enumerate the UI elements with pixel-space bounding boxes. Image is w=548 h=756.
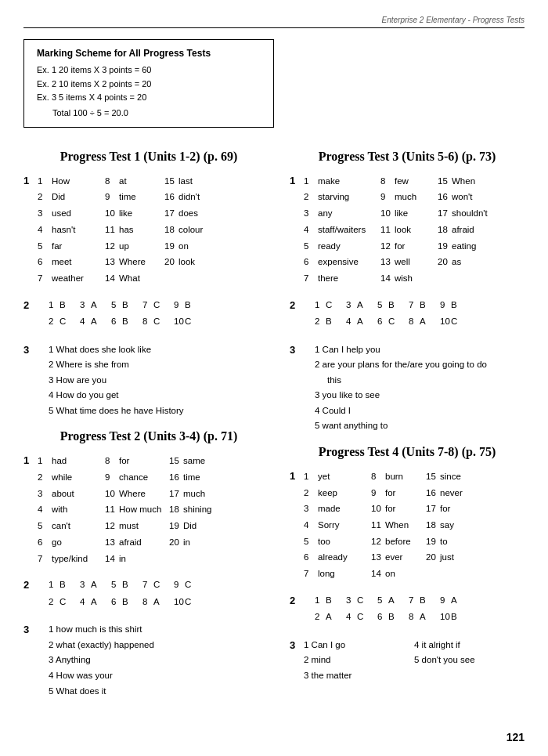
t1-n18: 18 (164, 222, 178, 238)
t1-v6: meet (52, 254, 105, 270)
test3-ex3-label: 3 (290, 342, 301, 358)
test3-ex1: 1 1make 8few 15When 2starving 9much 16wo… (290, 173, 525, 287)
test4-ex2-answers: 1B 3C 5A 7B 9A 2A 4C 6B 8A 10B (304, 593, 525, 627)
test2-ex3-phrases: 1 how much is this shirt 2 what (exactly… (49, 622, 154, 699)
test2-ex1-grid: 1had 8for 15same 2while 9chance 16time 3… (38, 453, 274, 566)
t2e3-p1: 1 how much is this shirt (49, 622, 154, 638)
t1-n8: 8 (105, 173, 119, 190)
t1e2-a6: 6B (111, 314, 142, 330)
test4-ex2-row1: 1B 3C 5A 7B 9A (315, 593, 525, 609)
test4-title: Progress Test 4 (Units 7-8) (p. 75) (290, 445, 525, 459)
t1e2-a10: 10C (174, 314, 205, 330)
t1e2-a2: 2C (49, 314, 80, 330)
t1e2-a8: 8C (142, 314, 174, 330)
t1-v13: Where (119, 254, 164, 270)
test1-ex2-row1: 1B 3A 5B 7C 9B (49, 298, 274, 313)
marking-row-2: Ex. 2 10 items X 2 points = 20 (37, 78, 261, 92)
header-text: Enterprise 2 Elementary - Progress Tests (382, 16, 525, 24)
t1e3-p2: 2 Where is she from (49, 357, 184, 373)
test3-ex2-row2: 2B 4A 6C 8A 10C (315, 314, 525, 330)
test1-ex1-row: 1 1How 8at 15last 2Did 9time 16didn't 3u… (23, 173, 274, 287)
t1e3-p1: 1 What does she look like (49, 342, 184, 358)
test3-ex2-label: 2 (290, 298, 301, 313)
test2-title: Progress Test 2 (Units 3-4) (p. 71) (23, 429, 274, 443)
test1-ex1-label: 1 (23, 173, 34, 189)
t1-n15: 15 (164, 173, 178, 190)
test3-ex2-answers: 1C 3A 5B 7B 9B 2B 4A 6C 8A 10C (304, 298, 525, 331)
test2-ex1-label: 1 (23, 453, 34, 468)
test3-ex2-row: 2 1C 3A 5B 7B 9B 2B 4A 6C (290, 298, 525, 331)
t1-v15: last (178, 173, 222, 190)
marking-total: Total 100 ÷ 5 = 20.0 (37, 108, 261, 118)
t1-n6: 6 (38, 254, 52, 270)
t3e3-p4: 4 Could I (315, 403, 487, 419)
marking-scheme-box: Marking Scheme for All Progress Tests Ex… (23, 39, 274, 128)
t1e3-p4: 4 How do you get (49, 388, 184, 403)
t3e3-p2: 2 are your plans for the/are you going t… (315, 357, 487, 373)
test4-ex2-label: 2 (290, 593, 301, 609)
test2-ex3-row: 3 1 how much is this shirt 2 what (exact… (23, 622, 274, 699)
test1-ex2-row: 2 1B 3A 5B 7C 9B 2C 4A 6B (23, 298, 274, 331)
test4-ex2-row2: 2A 4C 6B 8A 10B (315, 610, 525, 625)
marking-row-1: Ex. 1 20 items X 3 points = 60 (37, 63, 261, 78)
test2-ex3: 3 1 how much is this shirt 2 what (exact… (23, 622, 274, 699)
test1-ex2-label: 2 (23, 298, 34, 313)
t2e3-p3: 3 Anything (49, 653, 154, 668)
test4-ex1-row: 1 1yet 8burn 15since 2keep 9for 16never … (290, 468, 525, 582)
t1-blank2 (178, 270, 222, 287)
t3e3-p2b: this (315, 373, 487, 389)
t1e2-a5: 5B (111, 298, 142, 313)
t1e2-a7: 7C (142, 298, 174, 313)
test3-ex3: 3 1 Can I help you 2 are your plans for … (290, 342, 525, 434)
t1-v18: colour (178, 222, 222, 238)
test1-ex2-answers: 1B 3A 5B 7C 9B 2C 4A 6B 8C 10C (38, 298, 274, 331)
t1-n10: 10 (105, 205, 119, 222)
t1-n12: 12 (105, 238, 119, 255)
test2-ex2-answers: 1B 3A 5B 7C 9C 2C 4A 6B 8A 10C (38, 577, 274, 611)
t1-v16: didn't (178, 189, 222, 205)
test2-ex2-row: 2 1B 3A 5B 7C 9C 2C 4A 6B (23, 577, 274, 611)
test2-ex1: 1 1had 8for 15same 2while 9chance 16time… (23, 453, 274, 566)
test3-ex1-row: 1 1make 8few 15When 2starving 9much 16wo… (290, 173, 525, 287)
t1e2-a1: 1B (49, 298, 80, 313)
t1-n19: 19 (164, 238, 178, 255)
test4-ex2: 2 1B 3C 5A 7B 9A 2A 4C 6B (290, 593, 525, 627)
t1-n11: 11 (105, 222, 119, 238)
t1-n3: 3 (38, 205, 52, 222)
t2e3-p4: 4 How was your (49, 668, 154, 684)
t3e3-p3: 3 you like to see (315, 388, 487, 403)
t3e3-p5: 5 want anything to (315, 418, 487, 434)
t1-n2: 2 (38, 189, 52, 205)
test4-ex3: 3 1 Can I go 4 it alright if 2 mind 5 do… (290, 638, 525, 684)
t1-v4: hasn't (52, 222, 105, 238)
test1-title: Progress Test 1 (Units 1-2) (p. 69) (23, 150, 274, 164)
t1-v12: up (119, 238, 164, 255)
page-header: Enterprise 2 Elementary - Progress Tests (23, 16, 525, 28)
t1-n5: 5 (38, 238, 52, 255)
t1-v11: has (119, 222, 164, 238)
t1-v5: far (52, 238, 105, 255)
test3-ex2-row1: 1C 3A 5B 7B 9B (315, 298, 525, 313)
test2-ex1-row: 1 1had 8for 15same 2while 9chance 16time… (23, 453, 274, 566)
test4-ex1-grid: 1yet 8burn 15since 2keep 9for 16never 3m… (304, 468, 525, 582)
t1-v10: like (119, 205, 164, 222)
t1-n4: 4 (38, 222, 52, 238)
t1-n16: 16 (164, 189, 178, 205)
test4-ex2-row: 2 1B 3C 5A 7B 9A 2A 4C 6B (290, 593, 525, 627)
test1-ex3-label: 3 (23, 342, 34, 358)
test1-ex3: 3 1 What does she look like 2 Where is s… (23, 342, 274, 419)
t1-n7: 7 (38, 270, 52, 287)
t1-n20: 20 (164, 254, 178, 270)
test4-ex1: 1 1yet 8burn 15since 2keep 9for 16never … (290, 468, 525, 582)
t1-n9: 9 (105, 189, 119, 205)
test1-ex1: 1 1How 8at 15last 2Did 9time 16didn't 3u… (23, 173, 274, 287)
t1e2-a9: 9B (174, 298, 205, 313)
test1-ex1-grid: 1How 8at 15last 2Did 9time 16didn't 3use… (38, 173, 274, 287)
t1-v14: What (119, 270, 164, 287)
t1-v1: How (52, 173, 105, 190)
t1-n17: 17 (164, 205, 178, 222)
test3-ex2: 2 1C 3A 5B 7B 9B 2B 4A 6C (290, 298, 525, 331)
test1-ex3-row: 3 1 What does she look like 2 Where is s… (23, 342, 274, 419)
test2-ex2: 2 1B 3A 5B 7C 9C 2C 4A 6B (23, 577, 274, 611)
t1-v8: at (119, 173, 164, 190)
